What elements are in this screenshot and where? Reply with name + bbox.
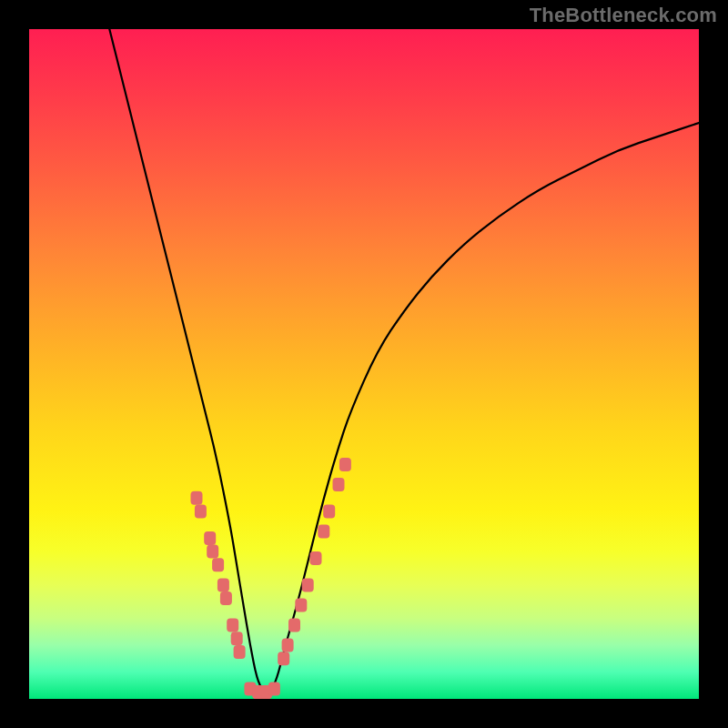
plot-area xyxy=(29,29,699,699)
marker-dot xyxy=(310,551,322,565)
chart-frame: TheBottleneck.com xyxy=(0,0,728,728)
marker-dot xyxy=(212,558,224,571)
watermark-text: TheBottleneck.com xyxy=(530,4,717,27)
marker-dot xyxy=(295,599,307,612)
marker-dot xyxy=(195,504,207,518)
marker-dot xyxy=(339,458,351,471)
marker-dot xyxy=(220,592,232,605)
marker-dot xyxy=(302,578,314,592)
marker-dot xyxy=(323,504,335,518)
marker-dot xyxy=(268,682,280,696)
marker-layer xyxy=(191,458,351,699)
marker-dot xyxy=(278,652,289,665)
marker-dot xyxy=(288,619,300,632)
marker-dot xyxy=(234,645,246,659)
marker-dot xyxy=(204,531,216,545)
marker-dot xyxy=(282,639,294,652)
marker-dot xyxy=(333,478,345,491)
marker-dot xyxy=(191,491,203,505)
marker-dot xyxy=(231,632,243,645)
marker-dot xyxy=(207,545,218,559)
marker-dot xyxy=(318,525,329,539)
marker-dot xyxy=(227,619,238,632)
bottleneck-curve xyxy=(109,29,699,693)
marker-dot xyxy=(217,578,229,592)
chart-svg xyxy=(29,29,699,699)
